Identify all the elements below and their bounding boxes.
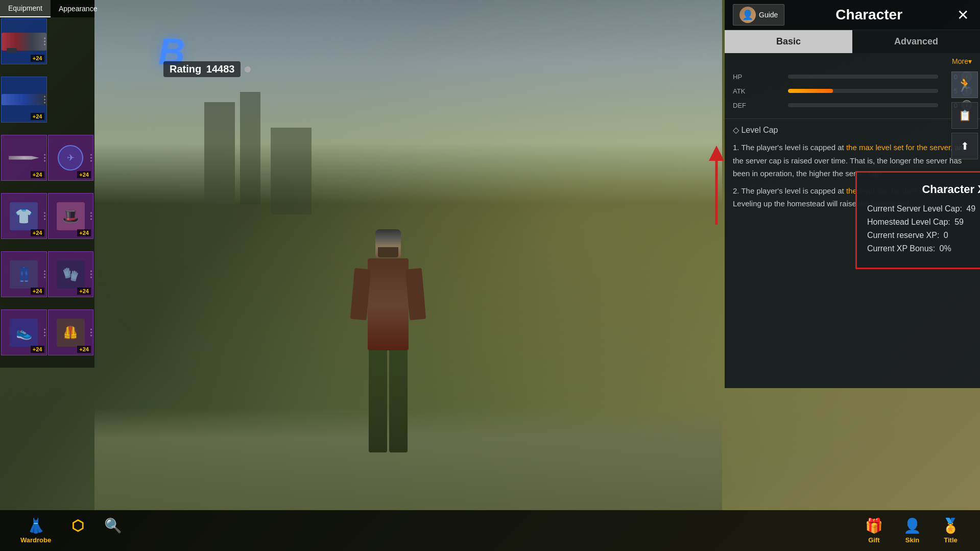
left-sidebar: Equipment Appearance +24 +24 +24 ✈	[0, 0, 94, 368]
guide-label: Guide	[759, 11, 778, 19]
bottom-bar: 👗 Wardrobe ⬡ 🔍 🎁 Gift 👤 Skin 🏅 Title	[0, 510, 980, 551]
gift-icon: 🎁	[865, 517, 883, 534]
bottom-left-buttons: 👗 Wardrobe ⬡ 🔍	[20, 517, 122, 544]
equipment-grid: +24 +24 +24 ✈ +24 👕 +24 🎩	[0, 17, 94, 368]
equipment-item[interactable]: 👟 +24	[1, 309, 47, 355]
zoom-icon: 🔍	[104, 517, 122, 534]
stat-label-def: DEF	[733, 102, 784, 109]
stat-row-atk: ATK 5 i	[733, 86, 972, 96]
skin-label: Skin	[905, 536, 919, 544]
wardrobe-button[interactable]: 👗 Wardrobe	[20, 517, 51, 544]
stats-header: More▾	[725, 53, 980, 67]
homestead-label: Homestead Level Cap:	[867, 218, 950, 226]
guide-para1-highlight: the max level set for the server	[846, 143, 950, 152]
character-icon-btn[interactable]: 🏃	[951, 71, 978, 98]
equipment-item[interactable]: 🦺 +24	[48, 309, 94, 355]
server-level-label: Current Server Level Cap:	[867, 204, 962, 213]
more-button[interactable]: More▾	[952, 57, 972, 65]
rating-badge: Rating 14483	[163, 61, 251, 77]
share-button[interactable]: ⬡	[71, 517, 84, 544]
tab-basic[interactable]: Basic	[725, 30, 852, 53]
skin-button[interactable]: 👤 Skin	[903, 517, 921, 544]
item-badge-7: +24	[31, 288, 44, 295]
item-badge-8: +24	[77, 288, 91, 295]
wardrobe-label: Wardrobe	[20, 536, 51, 544]
homestead-value: 59	[954, 218, 964, 226]
rating-label: Rating	[170, 63, 201, 75]
equipment-item[interactable]: 👖 +24	[1, 251, 47, 297]
info-popup-box: Character XP limit Current Server Level …	[855, 171, 980, 269]
item-badge-9: +24	[31, 346, 44, 353]
item-badge-3: +24	[31, 171, 44, 178]
item-badge-10: +24	[77, 346, 91, 353]
equipment-item[interactable]: +24	[1, 77, 47, 123]
equipment-item[interactable]	[48, 18, 94, 64]
item-badge-2: +24	[31, 113, 44, 120]
popup-stat-reserve-xp: Current reserve XP: 0	[867, 231, 980, 240]
equipment-item[interactable]	[48, 77, 94, 123]
popup-stat-homestead: Homestead Level Cap: 59	[867, 218, 980, 227]
tab-appearance[interactable]: Appearance	[51, 0, 106, 17]
guide-para1-pre: 1. The player's level is capped at	[733, 143, 846, 152]
svg-marker-1	[709, 146, 724, 161]
gift-label: Gift	[868, 536, 879, 544]
side-icons: 🏃 📋 ⬆	[949, 71, 980, 159]
popup-stat-server-level: Current Server Level Cap: 49	[867, 204, 980, 213]
popup-title: Character XP limit	[867, 183, 980, 196]
upload-icon-btn[interactable]: ⬆	[951, 133, 978, 159]
reserve-xp-label: Current reserve XP:	[867, 231, 939, 239]
stat-label-atk: ATK	[733, 87, 784, 95]
stats-area: HP 0 i ATK 5 i DEF 0 i	[725, 67, 980, 118]
stat-label-hp: HP	[733, 73, 784, 81]
panel-header: 👤 Guide Character ✕	[725, 0, 980, 30]
equipment-item[interactable]: +24	[1, 18, 47, 64]
stat-row-def: DEF 0 i	[733, 100, 972, 110]
wardrobe-icon: 👗	[27, 517, 45, 534]
server-level-value: 49	[966, 204, 975, 213]
equipment-tabs: Equipment Appearance	[0, 0, 94, 17]
reserve-xp-value: 0	[944, 231, 948, 239]
equipment-item[interactable]: 🎩 +24	[48, 193, 94, 239]
tab-advanced[interactable]: Advanced	[852, 30, 980, 53]
share-icon: ⬡	[71, 517, 84, 534]
more-label: More▾	[952, 57, 972, 65]
equipment-item[interactable]: ✈ +24	[48, 135, 94, 181]
item-badge-1: +24	[31, 55, 44, 62]
title-icon: 🏅	[942, 517, 960, 534]
equipment-item[interactable]: +24	[1, 135, 47, 181]
stat-row-hp: HP 0 i	[733, 71, 972, 82]
rating-value: 14483	[206, 63, 235, 75]
title-label: Title	[944, 536, 958, 544]
title-button[interactable]: 🏅 Title	[942, 517, 960, 544]
main-tabs: Basic Advanced	[725, 30, 980, 53]
guide-button[interactable]: 👤 Guide	[733, 4, 784, 26]
rating-dot	[245, 66, 251, 73]
guide-para2-pre: 2. The player's level is capped at	[733, 186, 846, 195]
skin-icon: 👤	[903, 517, 921, 534]
item-badge-6: +24	[77, 229, 91, 236]
red-arrow-indicator	[686, 143, 727, 237]
level-cap-heading: ◇ Level Cap	[733, 123, 972, 137]
close-button[interactable]: ✕	[953, 6, 972, 24]
gift-button[interactable]: 🎁 Gift	[865, 517, 883, 544]
edit-icon-btn[interactable]: 📋	[951, 102, 978, 129]
panel-title: Character	[835, 7, 902, 23]
zoom-button[interactable]: 🔍	[104, 517, 122, 544]
item-badge-4: +24	[77, 171, 91, 178]
guide-avatar: 👤	[739, 7, 756, 23]
xp-bonus-label: Current XP Bonus:	[867, 244, 935, 253]
item-badge-5: +24	[31, 229, 44, 236]
popup-stat-xp-bonus: Current XP Bonus: 0%	[867, 244, 980, 253]
tab-equipment[interactable]: Equipment	[0, 0, 51, 17]
equipment-item[interactable]: 👕 +24	[1, 193, 47, 239]
equipment-item[interactable]: 🧤 +24	[48, 251, 94, 297]
xp-bonus-value: 0%	[940, 244, 951, 253]
bottom-right-buttons: 🎁 Gift 👤 Skin 🏅 Title	[865, 517, 960, 544]
